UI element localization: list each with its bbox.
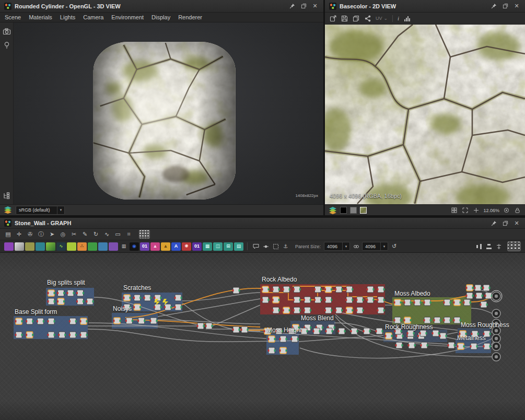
graph-overview-button[interactable]	[507, 241, 521, 251]
add-node-button[interactable]: ◉	[130, 242, 139, 251]
add-node-button[interactable]: ▲	[161, 242, 170, 251]
panel-2d-header: Basecolor - 2D VIEW ✕	[325, 0, 525, 13]
pin-node-icon[interactable]	[261, 242, 270, 251]
graph-tool-icon[interactable]: ↻	[91, 230, 101, 239]
graph-tool-icon[interactable]: ◎	[58, 230, 68, 239]
histogram-icon[interactable]	[404, 15, 411, 22]
link-size-icon[interactable]	[352, 242, 360, 251]
chevron-down-icon: ▾	[57, 206, 64, 214]
graph-tool-icon[interactable]: ▭	[113, 230, 123, 239]
add-node-button[interactable]: ▥	[119, 242, 129, 251]
3d-viewport[interactable]: 1408x822px	[14, 22, 323, 204]
graph-tool-icon[interactable]: ✎	[80, 230, 90, 239]
graph-canvas[interactable]: Big splits split Scratches Noisys Base S…	[0, 253, 525, 420]
add-node-button[interactable]	[25, 242, 34, 251]
add-node-button[interactable]	[109, 242, 118, 251]
add-node-button[interactable]: ✺	[182, 242, 191, 251]
menu-item[interactable]: Scene	[5, 14, 21, 20]
graph-tool-icon[interactable]: ✇	[25, 230, 35, 239]
frame-node-icon[interactable]	[271, 242, 280, 251]
add-node-button[interactable]: ▲	[150, 242, 160, 251]
basecolor-texture	[325, 25, 525, 204]
add-node-button[interactable]: ◫	[213, 242, 223, 251]
uv-mode-dropdown[interactable]: UV ⌄	[376, 16, 388, 21]
float-window-icon[interactable]	[501, 2, 509, 10]
float-window-icon[interactable]	[501, 219, 509, 227]
menu-item[interactable]: Display	[151, 14, 170, 20]
background-black-swatch[interactable]	[340, 207, 347, 214]
pin-icon[interactable]	[288, 2, 296, 10]
add-node-button[interactable]	[4, 242, 14, 251]
colorspace-select[interactable]: sRGB (default) ▾	[16, 206, 65, 215]
add-node-button[interactable]	[36, 242, 45, 251]
menu-item[interactable]: Lights	[60, 14, 75, 20]
add-node-button[interactable]	[98, 242, 108, 251]
graph-tool-icon[interactable]: ▤	[3, 230, 13, 239]
panel-3d-title: Rounded Cylinder - OpenGL - 3D VIEW	[15, 3, 121, 9]
panel-graph-header: Stone_Wall - GRAPH ✕	[0, 218, 525, 229]
add-node-button[interactable]: ∿	[56, 242, 66, 251]
2d-texture-view[interactable]: 4096 x 4096 (RGBA, 16bpc)	[325, 25, 525, 204]
parent-size-height-select[interactable]: 4096 ▾	[362, 242, 388, 251]
panel-3d-icon	[4, 3, 11, 10]
lock-icon[interactable]	[514, 206, 521, 214]
add-node-button[interactable]: ▦	[203, 242, 212, 251]
graph-tool-icon[interactable]: ⌗	[124, 230, 134, 239]
reset-size-icon[interactable]: ↺	[390, 242, 399, 251]
graph-tool-icon[interactable]: ∿	[102, 230, 112, 239]
parent-size-width-select[interactable]: 4096 ▾	[324, 242, 350, 251]
add-node-button[interactable]	[88, 242, 97, 251]
add-node-button[interactable]	[15, 242, 24, 251]
add-node-button[interactable]: ∴	[77, 242, 87, 251]
close-icon[interactable]: ✕	[512, 219, 521, 227]
grid-snap-toggle[interactable]	[139, 230, 150, 239]
background-gray-swatch[interactable]	[350, 207, 357, 214]
save-icon[interactable]	[341, 15, 348, 22]
zoom-reset-icon[interactable]	[503, 206, 510, 214]
add-node-button[interactable]	[67, 242, 76, 251]
float-window-icon[interactable]	[299, 2, 308, 10]
panel-graph-title: Stone_Wall - GRAPH	[15, 220, 71, 226]
add-node-button[interactable]: 01	[192, 242, 202, 251]
menu-item[interactable]: Renderer	[178, 14, 202, 20]
camera-icon[interactable]	[3, 27, 11, 36]
scene-tree-icon[interactable]	[3, 192, 11, 200]
2d-view-toolbar: UV ⌄ i	[325, 13, 525, 25]
add-node-button[interactable]: ▤	[234, 242, 243, 251]
3d-view-side-toolbar	[0, 22, 14, 204]
comment-icon[interactable]	[251, 242, 260, 251]
pin-icon[interactable]	[489, 2, 498, 10]
graph-tool-icon[interactable]: ➤	[47, 230, 57, 239]
chevron-down-icon: ▾	[380, 242, 388, 250]
distribute-vertical-icon[interactable]	[484, 242, 493, 251]
graph-tool-icon[interactable]: ⓘ	[36, 230, 46, 239]
close-icon[interactable]: ✕	[311, 2, 319, 10]
tiling-grid-icon[interactable]	[450, 206, 458, 214]
linked-view-icon[interactable]	[364, 15, 371, 22]
distribute-horizontal-icon[interactable]	[474, 242, 483, 251]
graph-tool-icon[interactable]: ✂	[69, 230, 79, 239]
add-node-button[interactable]: ⊞	[224, 242, 233, 251]
2d-view-bottom-bar: 12.06%	[325, 204, 525, 215]
background-texture-swatch[interactable]	[360, 207, 367, 214]
menu-item[interactable]: Environment	[111, 14, 144, 20]
add-node-button[interactable]: 01	[140, 242, 149, 251]
menu-item[interactable]: Materials	[29, 14, 52, 20]
export-image-icon[interactable]	[330, 15, 336, 22]
close-icon[interactable]: ✕	[512, 2, 521, 10]
align-nodes-icon[interactable]	[494, 242, 503, 251]
anchor-icon[interactable]: ⚓	[281, 242, 290, 251]
add-node-button[interactable]: A	[171, 242, 181, 251]
fit-view-icon[interactable]	[461, 206, 469, 214]
graph-tool-icon[interactable]: ✛	[14, 230, 24, 239]
panel-2d-view: Basecolor - 2D VIEW ✕ U	[325, 0, 525, 215]
material-stack-icon[interactable]	[329, 207, 337, 214]
information-icon[interactable]: i	[398, 15, 399, 21]
material-stack-icon[interactable]	[4, 206, 12, 214]
pin-icon[interactable]	[489, 219, 498, 227]
center-view-icon[interactable]	[472, 206, 480, 214]
add-node-button[interactable]	[46, 242, 55, 251]
copy-image-icon[interactable]	[353, 15, 359, 22]
light-icon[interactable]	[3, 41, 11, 49]
menu-item[interactable]: Camera	[83, 14, 103, 20]
